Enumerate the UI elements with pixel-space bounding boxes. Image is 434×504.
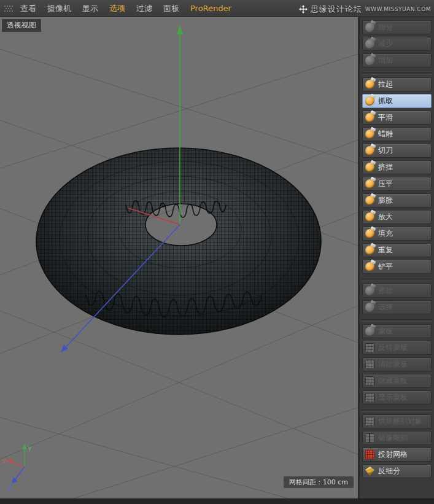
brush-icon xyxy=(365,246,374,255)
panel-separator xyxy=(362,409,432,412)
brush-icon xyxy=(365,23,374,32)
texture-grid-icon[interactable] xyxy=(2,4,15,13)
panel-separator xyxy=(362,72,432,75)
sculpt-tool-label: 擦除 xyxy=(378,285,393,296)
mask-icon xyxy=(365,376,374,386)
sculpt-tool-label: 反细分 xyxy=(378,466,400,476)
sculpt-tool-label: 烘焙雕刻对象 xyxy=(378,416,422,427)
menu-item[interactable]: 过滤 xyxy=(131,0,158,17)
sculpt-tool-button: 隐藏蒙板 xyxy=(362,374,432,388)
sculpt-tool-button[interactable]: 放大 xyxy=(362,210,432,224)
brush-icon xyxy=(365,286,374,295)
menu-item[interactable]: 摄像机 xyxy=(42,0,77,17)
viewport-canvas[interactable]: Y X Z xyxy=(0,17,358,498)
menu-item[interactable]: ProRender xyxy=(185,0,237,17)
sculpt-tool-label: 压平 xyxy=(378,179,393,189)
sculpt-tool-label: 蜡雕 xyxy=(378,129,393,139)
bottom-bar xyxy=(0,498,434,504)
sculpt-tool-label: 投射网格 xyxy=(378,449,408,460)
sculpt-tool-button: 蒙板 xyxy=(362,324,432,338)
menu-item[interactable]: 显示 xyxy=(77,0,104,17)
brush-icon xyxy=(365,229,374,238)
sculpt-tool-button: 清除蒙板 xyxy=(362,357,432,371)
bake-icon xyxy=(365,417,374,426)
sculpt-tool-button[interactable]: 投射网格 xyxy=(362,448,432,462)
grid-spacing-label: 网格间距：100 cm xyxy=(284,476,354,488)
mirror-icon xyxy=(365,433,374,443)
sculpt-tool-label: 平滑 xyxy=(378,112,393,123)
grid-icon xyxy=(365,450,374,459)
sculpt-tool-button[interactable]: 反细分 xyxy=(362,464,432,478)
brush-icon xyxy=(365,327,374,336)
sculpt-tool-label: 拉起 xyxy=(378,79,393,90)
sculpt-tool-button: 选择 xyxy=(362,300,432,314)
sculpt-tool-label: 选择 xyxy=(378,302,393,312)
sculpt-tool-button[interactable]: 填充 xyxy=(362,227,432,241)
brush-icon xyxy=(365,56,374,65)
sculpt-tool-button[interactable]: 压平 xyxy=(362,177,432,191)
sculpt-tool-button[interactable]: 平滑 xyxy=(362,110,432,125)
panel-separator xyxy=(362,319,432,322)
sculpt-panel: 细分减少增加拉起抓取平滑蜡雕切刀挤捏压平膨胀放大填充重复铲平擦除选择蒙板反转蒙板… xyxy=(359,17,434,498)
panel-separator xyxy=(362,279,432,281)
sculpt-tool-button: 减少 xyxy=(362,37,432,51)
brush-icon xyxy=(365,39,374,48)
sculpt-tool-label: 挤捏 xyxy=(378,162,393,173)
sculpt-tool-label: 蒙板 xyxy=(378,326,393,336)
sculpt-tool-button[interactable]: 抓取 xyxy=(362,94,432,108)
sculpt-tool-label: 显示蒙板 xyxy=(378,392,408,403)
sculpt-tool-button: 擦除 xyxy=(362,284,432,298)
sculpt-tool-label: 抓取 xyxy=(378,96,393,106)
brush-icon xyxy=(365,196,374,205)
sculpt-tool-label: 填充 xyxy=(378,228,393,239)
sculpt-tool-button[interactable]: 拉起 xyxy=(362,77,432,91)
sculpt-tool-button: 增加 xyxy=(362,53,432,68)
sculpt-tool-label: 镜像雕刻 xyxy=(378,433,408,443)
sculpt-tool-button[interactable]: 切刀 xyxy=(362,144,432,158)
sculpt-tool-label: 切刀 xyxy=(378,145,393,156)
mask-icon xyxy=(365,360,374,369)
sculpt-tool-label: 重复 xyxy=(378,245,393,255)
sculpt-tool-label: 清除蒙板 xyxy=(378,359,408,370)
brush-icon xyxy=(365,179,374,188)
brush-icon xyxy=(365,130,374,139)
mask-icon xyxy=(365,343,374,352)
sculpt-tool-label: 反转蒙板 xyxy=(378,343,408,353)
viewport[interactable]: Y X Z 透视视图 网格间距：100 cm xyxy=(0,17,359,498)
sculpt-tool-button: 反转蒙板 xyxy=(362,341,432,355)
brush-icon xyxy=(365,80,374,89)
brush-icon xyxy=(365,303,374,312)
sculpt-tool-button: 镜像雕刻 xyxy=(362,431,432,445)
brush-icon xyxy=(365,113,374,122)
world-axis-indicator: Y X Z xyxy=(1,444,32,492)
layers-icon xyxy=(365,467,374,476)
menu-bar: 查看摄像机显示选项过滤面板ProRender xyxy=(0,0,434,17)
menu-item[interactable]: 选项 xyxy=(104,0,131,17)
mask-icon xyxy=(365,393,374,402)
brush-icon xyxy=(365,163,374,172)
sculpt-tool-label: 放大 xyxy=(378,212,393,222)
sculpt-tool-button[interactable]: 挤捏 xyxy=(362,160,432,174)
sculpt-tool-button: 显示蒙板 xyxy=(362,390,432,405)
torus-model[interactable] xyxy=(36,148,321,335)
sculpt-tool-button: 烘焙雕刻对象 xyxy=(362,414,432,428)
brush-icon xyxy=(365,212,374,222)
brush-icon xyxy=(365,96,374,106)
sculpt-tool-label: 膨胀 xyxy=(378,195,393,206)
menu-item[interactable]: 查看 xyxy=(15,0,42,17)
sculpt-tool-label: 铲平 xyxy=(378,262,393,272)
axis-label-z: Z xyxy=(7,484,12,492)
brush-icon xyxy=(365,262,374,271)
menu-items: 查看摄像机显示选项过滤面板ProRender xyxy=(15,0,237,17)
axis-label-y: Y xyxy=(27,445,32,453)
view-label[interactable]: 透视视图 xyxy=(2,19,41,32)
sculpt-tool-button[interactable]: 重复 xyxy=(362,243,432,257)
sculpt-tool-label: 细分 xyxy=(378,22,393,33)
sculpt-tool-label: 增加 xyxy=(378,55,393,66)
sculpt-tool-button: 细分 xyxy=(362,20,432,34)
sculpt-tool-button[interactable]: 铲平 xyxy=(362,260,432,274)
sculpt-tool-button[interactable]: 蜡雕 xyxy=(362,127,432,141)
sculpt-tool-button[interactable]: 膨胀 xyxy=(362,193,432,207)
sculpt-tool-label: 隐藏蒙板 xyxy=(378,376,408,386)
menu-item[interactable]: 面板 xyxy=(158,0,185,17)
